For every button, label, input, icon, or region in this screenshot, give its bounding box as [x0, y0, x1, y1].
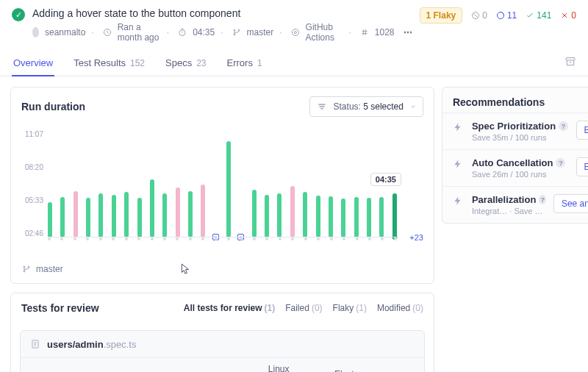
chart-tooltip: 04:35 [370, 173, 401, 186]
filter-all-tests[interactable]: All tests for review(1) [184, 303, 275, 313]
stat-cancelled: 0 [471, 10, 487, 21]
chart-bar[interactable] [48, 130, 52, 237]
recommendation-subtitle: Integrat… · Save 2m 20s / run [472, 207, 546, 215]
header-stats: 1 Flaky 0 11 141 0 [420, 7, 576, 24]
recommendation-action-button[interactable]: Enable [576, 157, 588, 176]
archive-icon[interactable] [564, 56, 576, 70]
svg-point-4 [238, 29, 240, 31]
chart-bar[interactable]: × [214, 130, 218, 237]
bolt-icon [453, 196, 465, 207]
recommendation-action-button[interactable]: See analysis [553, 194, 588, 213]
tests-for-review-panel: Tests for review All tests for review(1)… [10, 293, 434, 372]
chart-branch-row: master [11, 258, 434, 283]
svg-point-3 [234, 34, 235, 35]
more-runs-link[interactable]: +23 [409, 233, 423, 242]
chart-bar[interactable] [252, 130, 257, 237]
right-column: Recommendations Spec Prioritization ?Sav… [442, 87, 588, 372]
content: Run duration Status: 5 selected 11:07 08… [0, 76, 588, 372]
page-header: ✓ Adding a hover state to the button com… [0, 0, 588, 47]
chart-bar[interactable] [98, 130, 103, 237]
chart-bar[interactable] [265, 130, 269, 237]
header-meta: seanmalto Ran a month ago 04:35 master G… [32, 22, 412, 43]
recommendation-action-button[interactable]: Enable [576, 121, 588, 140]
chart-bar[interactable] [341, 130, 345, 237]
svg-point-10 [24, 266, 25, 268]
y-tick: 02:46 [21, 229, 43, 237]
stopwatch-icon [178, 27, 187, 37]
recommendations-panel: Recommendations Spec Prioritization ?Sav… [442, 87, 588, 223]
hash-icon [360, 27, 369, 37]
status-filter-dropdown[interactable]: Status: 5 selected [309, 96, 423, 117]
help-icon[interactable]: ? [559, 121, 568, 131]
chart-bar[interactable] [188, 130, 193, 237]
run-duration-panel: Run duration Status: 5 selected 11:07 08… [10, 87, 434, 284]
svg-point-6 [294, 32, 296, 34]
chart-bar[interactable] [277, 130, 282, 237]
recommendation-item: Parallelization ?Integrat… · Save 2m 20s… [442, 186, 588, 223]
chart-bar[interactable] [137, 130, 142, 237]
chart-bar[interactable] [86, 130, 90, 237]
filter-modified[interactable]: Modified(0) [377, 303, 423, 313]
chart-bar[interactable] [150, 130, 154, 237]
more-menu-icon[interactable] [404, 27, 412, 37]
chart-bar[interactable] [201, 130, 205, 237]
author-avatar-icon [32, 27, 39, 37]
header-main: Adding a hover state to the button compo… [32, 7, 412, 43]
chart-bar[interactable] [226, 130, 231, 237]
chart-bar[interactable] [112, 130, 116, 237]
chart-bar[interactable] [316, 130, 320, 237]
flaky-badge[interactable]: 1 Flaky [420, 7, 463, 24]
chart-bar[interactable] [303, 130, 307, 237]
branch-name[interactable]: master [247, 27, 274, 37]
help-icon[interactable]: ? [556, 158, 565, 168]
tab-overview[interactable]: Overview [12, 50, 54, 76]
recommendation-name: Auto Cancellation ? [472, 157, 569, 168]
stat-failed: 0 [560, 10, 576, 21]
tests-filters: All tests for review(1) Failed(0) Flaky(… [184, 303, 423, 313]
author-name[interactable]: seanmalto [45, 27, 85, 37]
run-status-icon: ✓ [12, 8, 25, 21]
chart-bar[interactable] [74, 130, 78, 237]
commit-title: Adding a hover state to the button compo… [32, 7, 412, 19]
chart-bar[interactable] [60, 130, 65, 237]
spec-header[interactable]: users/admin.spec.ts [21, 331, 424, 358]
branch-icon [232, 27, 241, 37]
run-duration-title: Run duration [21, 101, 85, 112]
chart-bar[interactable] [329, 130, 333, 237]
chart-bar[interactable] [290, 130, 295, 237]
recommendation-name: Spec Prioritization ? [472, 121, 569, 132]
help-icon[interactable]: ? [539, 195, 546, 204]
nav-tabs: Overview Test Results152 Specs23 Errors1 [0, 50, 588, 76]
chart-bar[interactable] [354, 130, 359, 237]
tab-errors[interactable]: Errors1 [226, 50, 264, 76]
svg-point-11 [24, 271, 25, 272]
recommendation-name: Parallelization ? [472, 194, 546, 205]
recommendation-subtitle: Save 26m / 100 runs [472, 170, 569, 179]
chart-bar[interactable] [162, 130, 167, 237]
file-icon [29, 338, 41, 350]
ci-provider[interactable]: GitHub Actions [306, 22, 343, 43]
y-tick: 11:07 [21, 130, 43, 138]
bolt-icon [453, 159, 465, 171]
branch-icon [21, 264, 32, 274]
filter-flaky[interactable]: Flaky(1) [333, 303, 367, 313]
bolt-icon [453, 122, 465, 134]
recommendation-subtitle: Save 35m / 100 runs [472, 133, 569, 142]
chart-bar[interactable]: × [239, 130, 243, 237]
left-column: Run duration Status: 5 selected 11:07 08… [10, 87, 434, 372]
chart-bar[interactable] [124, 130, 129, 237]
run-duration-chart[interactable]: 11:07 08:20 05:33 02:46 ×× 04:35 +23 [11, 126, 434, 258]
recommendations-title: Recommendations [442, 87, 588, 112]
chevron-down-icon [409, 103, 417, 110]
spec-stats: 0 5 0 00:17 Integration Linux Ubuntu - 2… [21, 358, 424, 372]
run-number[interactable]: 1028 [375, 27, 395, 37]
tab-specs[interactable]: Specs23 [164, 50, 208, 76]
svg-point-2 [234, 29, 235, 31]
ci-icon [291, 27, 300, 37]
chart-branch-name[interactable]: master [36, 264, 63, 274]
chart-bar[interactable] [176, 130, 180, 237]
tab-test-results[interactable]: Test Results152 [72, 50, 146, 76]
svg-point-12 [28, 266, 29, 268]
run-time: Ran a month ago [118, 22, 161, 43]
filter-failed[interactable]: Failed(0) [285, 303, 322, 313]
